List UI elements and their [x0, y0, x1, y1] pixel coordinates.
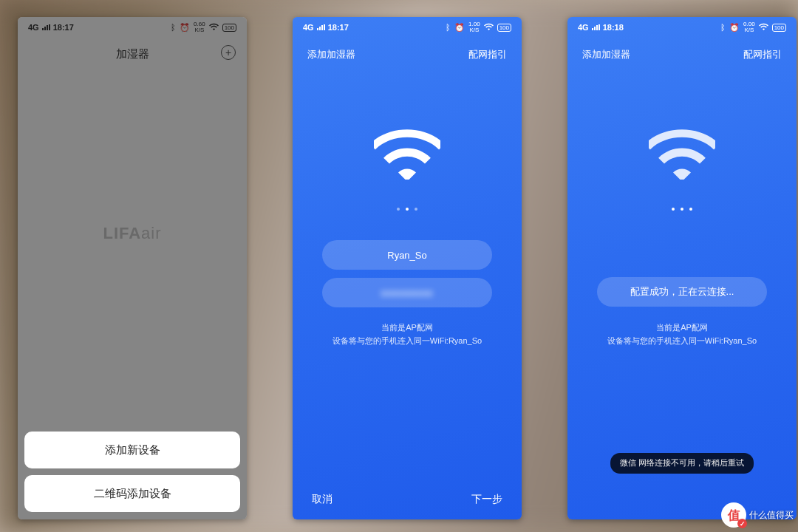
- clock: 18:17: [328, 23, 349, 32]
- nav-header: 添加加湿器 配网指引: [293, 41, 522, 69]
- net-speed: 1.00K/S: [468, 21, 480, 33]
- wifi-hero-icon: [374, 128, 440, 180]
- guide-link[interactable]: 配网指引: [743, 48, 782, 61]
- cloud-status: 配置成功，正在云连接...: [597, 277, 767, 307]
- action-sheet: 添加新设备 二维码添加设备: [24, 432, 240, 512]
- nav-header: 添加加湿器 配网指引: [567, 41, 797, 69]
- status-time: 4G 18:18: [578, 23, 624, 32]
- clock: 18:18: [603, 23, 624, 32]
- battery-icon: 100: [772, 24, 786, 32]
- bluetooth-icon: ᛒ: [720, 23, 726, 32]
- wifi-icon: [484, 23, 494, 32]
- phone-3: 4G 18:18 ᛒ ⏰ 0.00K/S 100 添加加湿器 配网指引: [567, 17, 797, 519]
- hint-mode: 当前是AP配网: [567, 322, 797, 333]
- hint-wifi: 设备将与您的手机连入同一WiFi:Ryan_So: [293, 335, 522, 347]
- add-qr-device-button[interactable]: 二维码添加设备: [24, 475, 240, 512]
- net-prefix: 4G: [578, 23, 589, 32]
- status-bar: 4G 18:17 ᛒ ⏰ 1.00K/S 100: [293, 17, 522, 38]
- hint-mode: 当前是AP配网: [293, 322, 522, 333]
- net-speed: 0.00K/S: [743, 21, 755, 33]
- footer-nav: 取消 下一步: [293, 493, 522, 506]
- status-time: 4G 18:17: [303, 23, 349, 32]
- ssid-input[interactable]: Ryan_So: [322, 240, 492, 270]
- status-icons: ᛒ ⏰ 0.00K/S 100: [720, 21, 786, 33]
- header-title: 添加加湿器: [307, 48, 355, 61]
- hint-wifi: 设备将与您的手机连入同一WiFi:Ryan_So: [567, 335, 797, 347]
- watermark-text: 什么值得买: [749, 509, 794, 522]
- phone-2: 4G 18:17 ᛒ ⏰ 1.00K/S 100 添加加湿器 配网指引: [293, 17, 522, 519]
- phone-row: 4G 18:17 ᛒ ⏰ 0.60K/S 100 加湿器 + LIFAair 添…: [18, 17, 797, 519]
- dot: [689, 208, 692, 211]
- signal-icon: [592, 24, 600, 30]
- step-indicator: [293, 208, 522, 211]
- guide-link[interactable]: 配网指引: [468, 48, 507, 61]
- cancel-button[interactable]: 取消: [312, 493, 332, 506]
- battery-icon: 100: [497, 24, 511, 32]
- dot: [672, 208, 675, 211]
- wifi-icon: [759, 23, 768, 32]
- status-bar: 4G 18:18 ᛒ ⏰ 0.00K/S 100: [567, 17, 797, 38]
- alarm-icon: ⏰: [729, 23, 740, 33]
- dot: [415, 208, 417, 211]
- phone-1: 4G 18:17 ᛒ ⏰ 0.60K/S 100 加湿器 + LIFAair 添…: [18, 17, 247, 519]
- dot: [397, 208, 400, 211]
- password-input[interactable]: ●●●●●●●●: [322, 278, 492, 307]
- net-prefix: 4G: [303, 23, 314, 32]
- signal-icon: [317, 24, 325, 30]
- password-masked: ●●●●●●●●: [381, 287, 434, 299]
- next-button[interactable]: 下一步: [471, 493, 502, 506]
- watermark-badge: 值: [721, 502, 746, 528]
- wifi-hero-icon: [649, 128, 715, 180]
- alarm-icon: ⏰: [454, 23, 465, 33]
- bluetooth-icon: ᛒ: [446, 23, 451, 32]
- watermark: 值 什么值得买: [721, 502, 794, 528]
- dot-active: [406, 208, 409, 211]
- header-title: 添加加湿器: [582, 48, 630, 61]
- dot: [681, 208, 683, 211]
- error-toast: 微信 网络连接不可用，请稍后重试: [610, 453, 754, 474]
- step-indicator: [567, 208, 797, 211]
- add-new-device-button[interactable]: 添加新设备: [24, 432, 240, 468]
- status-icons: ᛒ ⏰ 1.00K/S 100: [446, 21, 511, 33]
